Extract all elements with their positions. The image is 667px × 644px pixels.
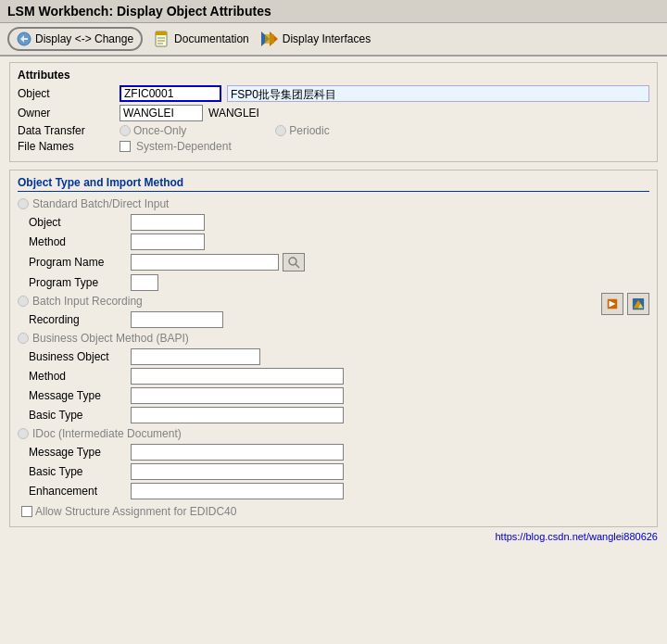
toolbar: Display <-> Change Documentation Display… (0, 23, 667, 57)
data-transfer-label: Data Transfer (18, 124, 120, 137)
business-object-label: Business Object (29, 350, 131, 363)
attributes-section: Attributes Object FSP0批导集团层科目 Owner WANG… (9, 62, 658, 162)
idoc-message-type-input[interactable] (131, 444, 344, 461)
standard-batch-row: Standard Batch/Direct Input (18, 197, 649, 210)
owner-value2: WANGLEI (208, 107, 259, 120)
program-type-label: Program Type (29, 276, 131, 289)
documentation-label: Documentation (174, 32, 249, 45)
svg-point-9 (289, 258, 296, 265)
documentation-icon (154, 31, 170, 47)
once-only-radio[interactable] (120, 125, 131, 136)
bapi-label: Business Object Method (BAPI) (32, 332, 189, 345)
object-label: Object (18, 87, 120, 100)
standard-batch-label: Standard Batch/Direct Input (32, 197, 169, 210)
recording-input[interactable] (131, 311, 223, 328)
program-type-input[interactable] (131, 274, 158, 291)
object-type-section: Object Type and Import Method Standard B… (9, 170, 658, 527)
idoc-row: IDoc (Intermediate Document) (18, 427, 649, 440)
batch-input-label: Batch Input Recording (32, 295, 143, 308)
url-text: https://blog.csdn.net/wanglei880626 (495, 531, 658, 542)
file-names-label: File Names (18, 140, 120, 153)
idoc-message-type-label: Message Type (29, 446, 131, 459)
business-object-input[interactable] (131, 348, 260, 365)
svg-line-10 (296, 264, 299, 268)
standard-batch-radio[interactable] (18, 198, 29, 209)
bapi-message-type-label: Message Type (29, 389, 131, 402)
bapi-method-input[interactable] (131, 368, 344, 385)
display-interfaces-icon (260, 31, 279, 47)
display-interfaces-button[interactable]: Display Interfaces (260, 31, 371, 47)
batch-icon-btn1[interactable] (601, 293, 623, 315)
owner-label: Owner (18, 107, 120, 120)
idoc-basic-type-label: Basic Type (29, 465, 131, 478)
bapi-basic-type-input[interactable] (131, 407, 344, 423)
object-type-header: Object Type and Import Method (18, 176, 649, 192)
owner-input[interactable] (120, 105, 203, 121)
search-icon (287, 256, 300, 269)
allow-structure-label: Allow Structure Assignment for EDIDC40 (35, 505, 236, 518)
system-dependent-label: System-Dependent (136, 140, 232, 153)
bapi-row: Business Object Method (BAPI) (18, 332, 649, 345)
sb-method-label: Method (29, 235, 131, 248)
svg-rect-8 (265, 34, 274, 44)
sb-object-input[interactable] (131, 214, 205, 231)
program-name-input[interactable] (131, 254, 279, 271)
display-interfaces-label: Display Interfaces (283, 32, 371, 45)
mountain-icon (632, 297, 645, 311)
idoc-label: IDoc (Intermediate Document) (32, 427, 182, 440)
idoc-radio[interactable] (18, 428, 29, 439)
page-title: LSM Workbench: Display Object Attributes (7, 4, 271, 19)
bapi-message-type-input[interactable] (131, 387, 344, 404)
title-bar: LSM Workbench: Display Object Attributes (0, 0, 667, 23)
object-input[interactable] (120, 85, 221, 102)
periodic-label: Periodic (289, 124, 329, 137)
bapi-method-label: Method (29, 370, 131, 383)
batch-input-row: Batch Input Recording (18, 295, 649, 308)
enhancement-input[interactable] (131, 483, 344, 499)
sb-method-input[interactable] (131, 234, 205, 250)
allow-structure-row: Allow Structure Assignment for EDIDC40 (21, 505, 649, 518)
program-name-label: Program Name (29, 256, 131, 269)
periodic-radio[interactable] (275, 125, 286, 136)
idoc-basic-type-input[interactable] (131, 463, 344, 480)
main-content: Attributes Object FSP0批导集团层科目 Owner WANG… (0, 57, 667, 644)
display-change-label: Display <-> Change (35, 32, 133, 45)
sb-object-label: Object (29, 216, 131, 229)
enhancement-label: Enhancement (29, 485, 131, 498)
batch-input-radio[interactable] (18, 296, 29, 307)
url-bar: https://blog.csdn.net/wanglei880626 (9, 531, 658, 542)
allow-structure-checkbox[interactable] (21, 506, 32, 517)
program-name-icon-btn[interactable] (283, 253, 305, 271)
batch-icon-btn2[interactable] (627, 293, 649, 315)
system-dependent-checkbox[interactable] (120, 141, 131, 152)
flag-icon (606, 297, 619, 311)
recording-label: Recording (29, 313, 131, 326)
attributes-header: Attributes (18, 69, 649, 82)
bapi-basic-type-label: Basic Type (29, 409, 131, 422)
display-change-icon (17, 32, 31, 46)
once-only-label: Once-Only (133, 124, 186, 137)
documentation-button[interactable]: Documentation (154, 31, 249, 47)
display-change-button[interactable]: Display <-> Change (7, 27, 143, 51)
svg-rect-2 (156, 32, 167, 35)
object-desc: FSP0批导集团层科目 (227, 85, 649, 102)
bapi-radio[interactable] (18, 333, 29, 344)
